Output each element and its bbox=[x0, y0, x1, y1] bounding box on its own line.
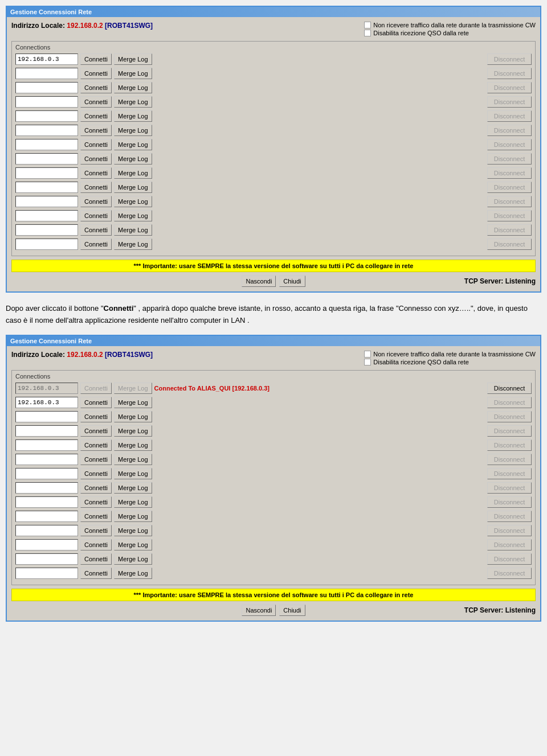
mergelog-btn-1-1[interactable]: Merge Log bbox=[114, 68, 152, 79]
mergelog-btn-2-2[interactable]: Merge Log bbox=[114, 411, 152, 422]
mergelog-btn-2-6[interactable]: Merge Log bbox=[114, 468, 152, 479]
connetti-btn-1-12[interactable]: Connetti bbox=[80, 224, 112, 236]
connetti-btn-1-0[interactable]: Connetti bbox=[80, 54, 112, 65]
mergelog-btn-1-7[interactable]: Merge Log bbox=[114, 153, 152, 165]
connetti-btn-1-11[interactable]: Connetti bbox=[80, 210, 112, 221]
conn-input-1-12[interactable] bbox=[15, 224, 78, 236]
conn-input-1-13[interactable] bbox=[15, 239, 78, 250]
disconnect-btn-2-5[interactable]: Disconnect bbox=[487, 454, 532, 465]
mergelog-btn-1-0[interactable]: Merge Log bbox=[114, 54, 152, 65]
mergelog-btn-2-8[interactable]: Merge Log bbox=[114, 496, 152, 508]
conn-input-2-8[interactable] bbox=[15, 496, 78, 508]
mergelog-btn-1-4[interactable]: Merge Log bbox=[114, 110, 152, 122]
disconnect-btn-2-13[interactable]: Disconnect bbox=[487, 568, 532, 579]
mergelog-btn-2-10[interactable]: Merge Log bbox=[114, 525, 152, 536]
conn-input-1-4[interactable] bbox=[15, 110, 78, 122]
disconnect-btn-2-12[interactable]: Disconnect bbox=[487, 553, 532, 565]
disconnect-btn-1-12[interactable]: Disconnect bbox=[487, 224, 532, 236]
mergelog-btn-1-11[interactable]: Merge Log bbox=[114, 210, 152, 221]
mergelog-btn-2-13[interactable]: Merge Log bbox=[114, 568, 152, 579]
connetti-btn-1-13[interactable]: Connetti bbox=[80, 239, 112, 250]
conn-input-2-2[interactable] bbox=[15, 411, 78, 422]
connetti-btn-1-8[interactable]: Connetti bbox=[80, 167, 112, 179]
connetti-btn-2-8[interactable]: Connetti bbox=[80, 496, 112, 508]
close-btn-2[interactable]: Chiudi bbox=[279, 605, 305, 616]
hide-btn-2[interactable]: Nascondi bbox=[242, 605, 276, 616]
connetti-btn-2-11[interactable]: Connetti bbox=[80, 539, 112, 550]
mergelog-btn-2-1[interactable]: Merge Log bbox=[114, 397, 152, 408]
connetti-btn-2-3[interactable]: Connetti bbox=[80, 425, 112, 437]
mergelog-btn-2-7[interactable]: Merge Log bbox=[114, 482, 152, 494]
connetti-btn-1-3[interactable]: Connetti bbox=[80, 96, 112, 108]
conn-input-1-8[interactable] bbox=[15, 167, 78, 179]
connetti-btn-2-9[interactable]: Connetti bbox=[80, 511, 112, 522]
connetti-btn-2-6[interactable]: Connetti bbox=[80, 468, 112, 479]
conn-input-2-10[interactable] bbox=[15, 525, 78, 536]
disconnect-btn-1-1[interactable]: Disconnect bbox=[487, 68, 532, 79]
connetti-btn-1-4[interactable]: Connetti bbox=[80, 110, 112, 122]
mergelog-btn-2-5[interactable]: Merge Log bbox=[114, 454, 152, 465]
connetti-btn-1-10[interactable]: Connetti bbox=[80, 196, 112, 207]
connetti-btn-1-6[interactable]: Connetti bbox=[80, 139, 112, 150]
conn-input-2-11[interactable] bbox=[15, 539, 78, 550]
connetti-btn-2-1[interactable]: Connetti bbox=[80, 397, 112, 408]
mergelog-btn-1-9[interactable]: Merge Log bbox=[114, 182, 152, 193]
mergelog-btn-1-2[interactable]: Merge Log bbox=[114, 82, 152, 93]
conn-input-1-11[interactable] bbox=[15, 210, 78, 221]
disconnect-btn-1-11[interactable]: Disconnect bbox=[487, 210, 532, 221]
conn-input-1-2[interactable] bbox=[15, 82, 78, 93]
connetti-btn-2-7[interactable]: Connetti bbox=[80, 482, 112, 494]
conn-input-1-3[interactable] bbox=[15, 96, 78, 108]
disconnect-btn-2-2[interactable]: Disconnect bbox=[487, 411, 532, 422]
mergelog-btn-1-3[interactable]: Merge Log bbox=[114, 96, 152, 108]
disconnect-btn-2-3[interactable]: Disconnect bbox=[487, 425, 532, 437]
mergelog-btn-1-6[interactable]: Merge Log bbox=[114, 139, 152, 150]
disconnect-btn-1-13[interactable]: Disconnect bbox=[487, 239, 532, 250]
disconnect-btn-1-6[interactable]: Disconnect bbox=[487, 139, 532, 150]
disconnect-btn-2-0[interactable]: Disconnect bbox=[487, 383, 532, 394]
mergelog-btn-2-11[interactable]: Merge Log bbox=[114, 539, 152, 550]
connetti-btn-2-10[interactable]: Connetti bbox=[80, 525, 112, 536]
connetti-btn-1-2[interactable]: Connetti bbox=[80, 82, 112, 93]
disconnect-btn-2-6[interactable]: Disconnect bbox=[487, 468, 532, 479]
connetti-btn-2-12[interactable]: Connetti bbox=[80, 553, 112, 565]
checkbox-cw-1[interactable] bbox=[364, 22, 371, 28]
disconnect-btn-2-7[interactable]: Disconnect bbox=[487, 482, 532, 494]
conn-input-1-5[interactable] bbox=[15, 125, 78, 136]
disconnect-btn-2-1[interactable]: Disconnect bbox=[487, 397, 532, 408]
checkbox-qso-2[interactable] bbox=[364, 359, 371, 365]
mergelog-btn-1-8[interactable]: Merge Log bbox=[114, 167, 152, 179]
disconnect-btn-1-8[interactable]: Disconnect bbox=[487, 167, 532, 179]
disconnect-btn-1-4[interactable]: Disconnect bbox=[487, 110, 532, 122]
conn-input-2-12[interactable] bbox=[15, 553, 78, 565]
disconnect-btn-1-2[interactable]: Disconnect bbox=[487, 82, 532, 93]
conn-input-1-9[interactable] bbox=[15, 182, 78, 193]
mergelog-btn-1-5[interactable]: Merge Log bbox=[114, 125, 152, 136]
disconnect-btn-1-3[interactable]: Disconnect bbox=[487, 96, 532, 108]
disconnect-btn-1-7[interactable]: Disconnect bbox=[487, 153, 532, 165]
disconnect-btn-1-0[interactable]: Disconnect bbox=[487, 54, 532, 65]
connetti-btn-1-1[interactable]: Connetti bbox=[80, 68, 112, 79]
mergelog-btn-1-12[interactable]: Merge Log bbox=[114, 224, 152, 236]
connetti-btn-2-2[interactable]: Connetti bbox=[80, 411, 112, 422]
conn-input-2-6[interactable] bbox=[15, 468, 78, 479]
conn-input-1-7[interactable] bbox=[15, 153, 78, 165]
disconnect-btn-1-10[interactable]: Disconnect bbox=[487, 196, 532, 207]
mergelog-btn-2-12[interactable]: Merge Log bbox=[114, 553, 152, 565]
disconnect-btn-1-9[interactable]: Disconnect bbox=[487, 182, 532, 193]
conn-input-1-6[interactable] bbox=[15, 139, 78, 150]
conn-input-2-13[interactable] bbox=[15, 568, 78, 579]
connetti-btn-1-9[interactable]: Connetti bbox=[80, 182, 112, 193]
disconnect-btn-2-10[interactable]: Disconnect bbox=[487, 525, 532, 536]
mergelog-btn-1-10[interactable]: Merge Log bbox=[114, 196, 152, 207]
close-btn-1[interactable]: Chiudi bbox=[279, 276, 305, 287]
connetti-btn-1-7[interactable]: Connetti bbox=[80, 153, 112, 165]
conn-input-1-10[interactable] bbox=[15, 196, 78, 207]
connetti-btn-2-5[interactable]: Connetti bbox=[80, 454, 112, 465]
checkbox-qso-1[interactable] bbox=[364, 30, 371, 36]
connetti-btn-2-4[interactable]: Connetti bbox=[80, 439, 112, 451]
disconnect-btn-1-5[interactable]: Disconnect bbox=[487, 125, 532, 136]
disconnect-btn-2-4[interactable]: Disconnect bbox=[487, 439, 532, 451]
mergelog-btn-2-4[interactable]: Merge Log bbox=[114, 439, 152, 451]
conn-input-2-5[interactable] bbox=[15, 454, 78, 465]
